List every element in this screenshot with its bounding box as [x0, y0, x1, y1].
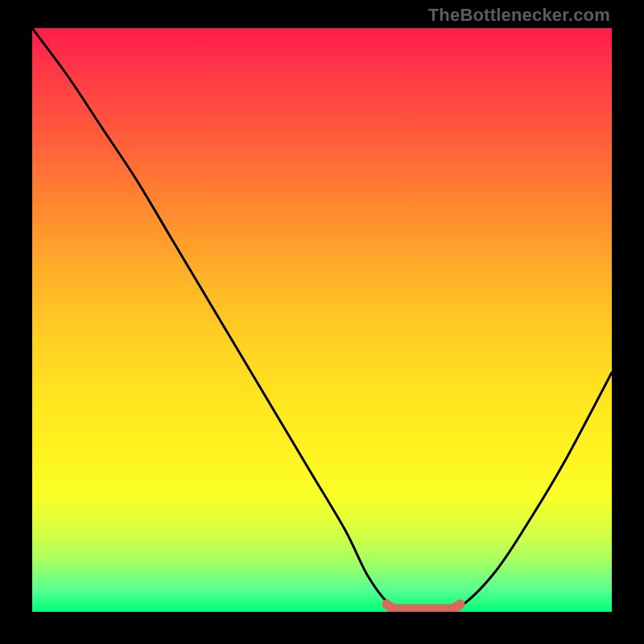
plot-area — [32, 28, 612, 612]
flat-pad — [386, 604, 460, 609]
curve-svg — [32, 28, 612, 612]
attribution-text: TheBottlenecker.com — [428, 5, 610, 26]
chart-frame: TheBottlenecker.com — [0, 0, 644, 644]
bottleneck-curve — [32, 28, 612, 612]
